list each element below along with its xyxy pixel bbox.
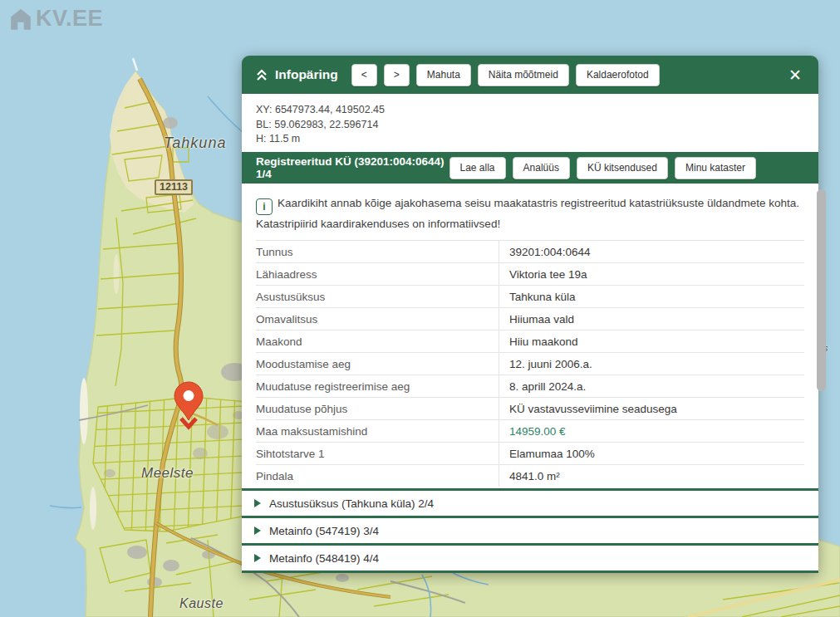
header-nav-buttons: <> xyxy=(351,64,410,86)
kv-logo[interactable]: KV.EE xyxy=(8,6,103,32)
row-label: Muudatuse põhjus xyxy=(256,398,499,419)
row-value: Tahkuna küla xyxy=(499,286,804,307)
info-icon: i xyxy=(256,198,273,215)
coordinates-block: XY: 6547973.44, 419502.45 BL: 59.062983,… xyxy=(242,94,818,152)
row-value: KÜ vastavusseviimine seadusega xyxy=(499,398,804,419)
table-row: Pindala4841.0 m² xyxy=(256,464,804,487)
registered-unit-title: Registreeritud KÜ (39201:004:0644) 1/4 xyxy=(256,155,449,180)
panel-header: Infopäring <> MahutaNäita mõõtmeidKaldae… xyxy=(242,56,818,94)
collapsed-section-4[interactable]: Metainfo (548419) 4/4 xyxy=(242,543,818,570)
collapsed-sections: Asustusüksus (Tahkuna küla) 2/4Metainfo … xyxy=(242,488,818,573)
coordinate-h: H: 11.5 m xyxy=(256,132,804,147)
table-row: Moodustamise aeg12. juuni 2006.a. xyxy=(256,352,804,375)
row-label: Lähiaadress xyxy=(256,263,499,285)
table-row: Muudatuse põhjusKÜ vastavusseviimine sea… xyxy=(256,397,804,419)
collapsed-section-label: Asustusüksus (Tahkuna küla) 2/4 xyxy=(269,497,434,510)
row-label: Omavalitsus xyxy=(256,308,499,330)
bar-button-3[interactable]: KÜ kitsendused xyxy=(577,157,668,179)
house-icon xyxy=(8,7,33,32)
scrollbar-thumb[interactable] xyxy=(817,189,826,391)
bar-button-1[interactable]: Lae alla xyxy=(449,157,506,179)
collapsed-section-label: Metainfo (548419) 4/4 xyxy=(269,552,379,565)
bar-action-buttons: Lae allaAnalüüsKÜ kitsendusedMinu katast… xyxy=(449,157,757,179)
row-label: Moodustamise aeg xyxy=(256,353,499,375)
map-label-meelste: Meelste xyxy=(141,465,194,482)
map-label-tahkuna: Tahkuna xyxy=(164,135,226,152)
row-label: Maakond xyxy=(256,331,499,352)
info-panel: Infopäring <> MahutaNäita mõõtmeidKaldae… xyxy=(242,56,818,573)
expand-triangle-icon xyxy=(254,554,261,562)
table-row: Muudatuse registreerimise aeg8. aprill 2… xyxy=(256,375,804,397)
row-value: 39201:004:0644 xyxy=(499,241,804,262)
row-value: 12. juuni 2006.a. xyxy=(499,353,804,375)
table-row: Sihtotstarve 1Elamumaa 100% xyxy=(256,442,804,464)
panel-title: Infopäring xyxy=(275,67,338,82)
row-label: Asustusüksus xyxy=(256,286,499,307)
header-button-3[interactable]: Kaldaerofotod xyxy=(576,64,660,86)
expand-triangle-icon xyxy=(254,499,261,507)
table-row: MaakondHiiu maakond xyxy=(256,330,804,352)
collapsed-section-2[interactable]: Asustusüksus (Tahkuna küla) 2/4 xyxy=(242,488,818,516)
row-value: Hiiu maakond xyxy=(499,331,804,352)
bar-button-2[interactable]: Analüüs xyxy=(513,157,570,179)
header-next-button[interactable]: > xyxy=(384,64,410,86)
collapsed-section-label: Metainfo (547419) 3/4 xyxy=(269,525,379,537)
row-value: 8. aprill 2024.a. xyxy=(499,375,804,397)
road-number-badge: 12113 xyxy=(155,179,193,195)
attributes-table: Tunnus39201:004:0644LähiaadressViktoria … xyxy=(256,240,804,487)
row-value-link[interactable]: 14959.00 € xyxy=(499,420,804,442)
table-row: OmavalitsusHiiumaa vald xyxy=(256,307,804,330)
info-note-text: Kaardikiht annab kõige ajakohasema seisu… xyxy=(256,197,799,230)
table-row: Maa maksustamishind14959.00 € xyxy=(256,419,804,442)
collapsed-section-3[interactable]: Metainfo (547419) 3/4 xyxy=(242,516,818,543)
coordinate-xy: XY: 6547973.44, 419502.45 xyxy=(256,103,804,118)
registered-unit-bar: Registreeritud KÜ (39201:004:0644) 1/4 L… xyxy=(242,152,818,184)
bar-button-4[interactable]: Minu kataster xyxy=(675,157,756,179)
row-label: Sihtotstarve 1 xyxy=(256,443,499,464)
header-button-1[interactable]: Mahuta xyxy=(416,64,471,86)
row-value: 4841.0 m² xyxy=(499,465,804,487)
logo-text: KV.EE xyxy=(36,6,103,32)
header-prev-button[interactable]: < xyxy=(351,64,377,86)
row-label: Tunnus xyxy=(256,241,499,262)
row-value: Viktoria tee 19a xyxy=(499,263,804,285)
map-label-kauste: Kauste xyxy=(179,596,224,611)
panel-content: iKaardikiht annab kõige ajakohasema seis… xyxy=(242,184,818,488)
header-action-buttons: MahutaNäita mõõtmeidKaldaerofotod xyxy=(416,64,660,86)
row-label: Pindala xyxy=(256,465,499,487)
row-value: Elamumaa 100% xyxy=(499,443,804,464)
table-row: AsustusüksusTahkuna küla xyxy=(256,285,804,307)
row-label: Maa maksustamishind xyxy=(256,420,499,442)
row-label: Muudatuse registreerimise aeg xyxy=(256,375,499,397)
close-icon[interactable]: ✕ xyxy=(785,67,805,83)
row-value: Hiiumaa vald xyxy=(499,308,804,330)
table-row: Tunnus39201:004:0644 xyxy=(256,240,804,262)
table-row: LähiaadressViktoria tee 19a xyxy=(256,262,804,285)
header-button-2[interactable]: Näita mõõtmeid xyxy=(478,64,569,86)
collapse-double-chevron-up-icon[interactable] xyxy=(255,68,268,81)
coordinate-bl: BL: 59.062983, 22.596714 xyxy=(256,118,804,133)
info-note: iKaardikiht annab kõige ajakohasema seis… xyxy=(256,194,804,233)
expand-triangle-icon xyxy=(254,526,261,535)
